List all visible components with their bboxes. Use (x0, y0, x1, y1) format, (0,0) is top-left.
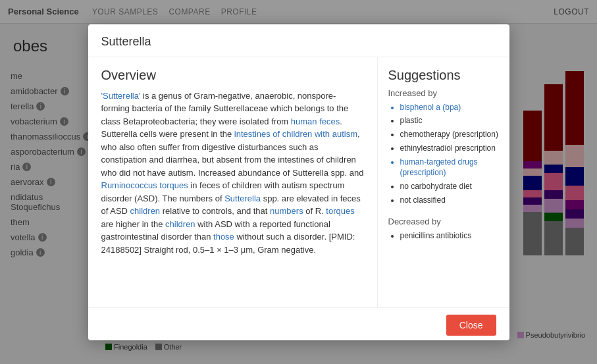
suggestion-item: penicillins antibiotics (400, 230, 499, 242)
increased-by-list: bisphenol a (bpa) plastic chemotherapy (… (388, 102, 499, 206)
suggestion-item: no carbohydrate diet (400, 181, 499, 192)
suggestion-item: plastic (400, 115, 499, 126)
overview-text: 'Sutterella' is a genus of Gram-negative… (101, 90, 364, 257)
modal-title: Sutterella (101, 35, 151, 48)
modal-suggestions-section: Suggestions Increased by bisphenol a (bp… (378, 57, 509, 307)
suggestion-item: ethinylestradiol prescription (400, 143, 499, 154)
modal-overlay[interactable]: Sutterella Overview 'Sutterella' is a ge… (0, 0, 597, 364)
decreased-by-list: penicillins antibiotics (388, 230, 499, 242)
suggestions-heading: Suggestions (388, 68, 499, 83)
modal-footer: Close (88, 307, 509, 340)
suggestion-item: bisphenol a (bpa) (400, 102, 499, 113)
suggestion-item: human-targeted drugs (prescription) (400, 157, 499, 179)
overview-heading: Overview (101, 68, 364, 83)
modal-overview-section: Overview 'Sutterella' is a genus of Gram… (88, 57, 378, 307)
suggestion-item: chemotherapy (prescription) (400, 129, 499, 140)
modal-body: Overview 'Sutterella' is a genus of Gram… (88, 57, 509, 307)
close-button[interactable]: Close (446, 315, 496, 336)
increased-by-label: Increased by (388, 88, 499, 98)
modal-header: Sutterella (88, 24, 509, 57)
modal-dialog: Sutterella Overview 'Sutterella' is a ge… (88, 24, 509, 340)
decreased-by-label: Decreased by (388, 217, 499, 226)
suggestion-item: not classified (400, 195, 499, 206)
